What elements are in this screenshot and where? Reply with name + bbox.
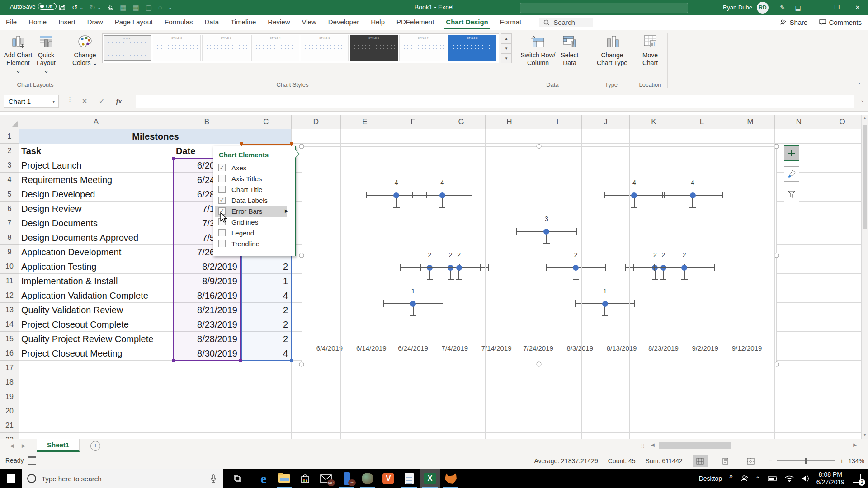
tab-draw[interactable]: Draw (81, 15, 109, 30)
gallery-up-arrow[interactable]: ▲ (501, 33, 512, 43)
cell-A11[interactable]: Implementation & Install (21, 274, 172, 288)
zoom-in-icon[interactable]: + (840, 457, 844, 465)
cell-A10[interactable]: Application Testing (21, 259, 172, 274)
column-header-B[interactable]: B (173, 115, 241, 129)
taskbar-app-excel[interactable]: X (420, 469, 440, 488)
ribbon-display-icon[interactable]: ▤ (790, 4, 806, 11)
microphone-icon[interactable] (210, 474, 217, 483)
submenu-arrow-icon[interactable]: ▶ (285, 208, 288, 213)
data-point[interactable] (602, 301, 608, 307)
people-icon[interactable] (740, 474, 748, 483)
tab-view[interactable]: View (296, 15, 322, 30)
checkbox-chart-title[interactable] (218, 186, 226, 193)
chart-elements-plus-button[interactable] (784, 145, 799, 161)
taskbar-overflow-icon[interactable]: » (729, 472, 733, 479)
zoom-out-icon[interactable]: − (769, 457, 772, 465)
data-point[interactable] (681, 265, 687, 271)
taskbar-app-vivaldi[interactable]: V (378, 469, 399, 488)
column-header-J[interactable]: J (582, 115, 630, 129)
range-handle[interactable] (290, 359, 293, 362)
page-break-view-button[interactable] (743, 455, 759, 467)
taskbar-app-explorer[interactable] (274, 469, 295, 488)
taskbar-app-browser[interactable] (357, 469, 378, 488)
checkbox-axes[interactable]: ✓ (218, 164, 226, 171)
task-view-button[interactable] (228, 469, 246, 488)
chart-style-style-1[interactable]: STYLE 1 (104, 35, 151, 61)
row-header-16[interactable]: 16 (0, 346, 19, 361)
row-header-7[interactable]: 7 (0, 216, 19, 230)
scroll-right-arrow[interactable]: ▶ (853, 442, 857, 447)
wifi-icon[interactable] (785, 475, 794, 482)
row-header-11[interactable]: 11 (0, 274, 19, 288)
tab-nav-right-icon[interactable]: ▶ (22, 443, 25, 449)
cell-A6[interactable]: Design Review (21, 202, 172, 216)
taskbar-app-alexa[interactable]: ✉ (336, 469, 357, 488)
row-header-12[interactable]: 12 (0, 288, 19, 303)
pen-icon[interactable]: ✎ (775, 4, 790, 11)
tab-data[interactable]: Data (198, 15, 225, 30)
milestone-chart[interactable]: 6/4/20196/14/20196/24/20197/4/20197/14/2… (302, 146, 777, 364)
chart-selection-handle[interactable] (299, 362, 304, 367)
move-chart-button[interactable]: MoveChart (637, 33, 664, 84)
chart-style-style-7[interactable]: STYLE 7 (399, 35, 447, 61)
tab-page-layout[interactable]: Page Layout (109, 15, 159, 30)
tab-home[interactable]: Home (23, 15, 52, 30)
cell-A4[interactable]: Requirements Meeting (21, 173, 172, 187)
tab-developer[interactable]: Developer (322, 15, 365, 30)
column-header-D[interactable]: D (292, 115, 341, 129)
cell-A16[interactable]: Project Closeout Meeting (21, 346, 172, 361)
vertical-scroll-thumb[interactable] (863, 125, 867, 229)
add-chart-element-button[interactable]: Add ChartElement ⌄ (4, 33, 33, 84)
cell-A15[interactable]: Quality Project Review Complete (21, 332, 172, 346)
chart-filters-funnel-button[interactable] (784, 187, 799, 202)
cell-A5[interactable]: Design Developed (21, 187, 172, 202)
select-data-button[interactable]: SelectData (557, 33, 582, 84)
name-box-caret[interactable]: ▾ (52, 95, 55, 108)
zoom-slider-thumb[interactable] (805, 458, 807, 464)
cell-A2[interactable]: Task (21, 144, 170, 158)
chart-style-style-5[interactable]: STYLE 5 (301, 35, 349, 61)
column-header-L[interactable]: L (678, 115, 726, 129)
tab-file[interactable]: File (0, 15, 23, 30)
column-header-C[interactable]: C (241, 115, 292, 129)
row-header-21[interactable]: 21 (0, 418, 19, 433)
tab-insert[interactable]: Insert (52, 15, 81, 30)
data-point[interactable] (393, 192, 399, 198)
taskbar-app-edge[interactable]: e (253, 469, 274, 488)
page-layout-view-button[interactable] (718, 455, 733, 467)
column-header-N[interactable]: N (775, 115, 823, 129)
select-all-corner[interactable] (0, 115, 19, 129)
range-handle[interactable] (290, 142, 293, 145)
checkbox-axis-titles[interactable] (218, 175, 226, 182)
gallery-more-arrow[interactable]: ▼ (501, 53, 512, 63)
column-header-K[interactable]: K (630, 115, 678, 129)
change-chart-type-button[interactable]: ChangeChart Type (593, 33, 631, 84)
row-header-6[interactable]: 6 (0, 202, 19, 216)
hscroll-grip[interactable]: ⁞⁞ (641, 443, 645, 449)
hidden-icons-caret[interactable]: ⌃ (755, 475, 760, 482)
normal-view-button[interactable] (693, 455, 708, 467)
user-name[interactable]: Ryan Dube (723, 4, 752, 11)
row-header-3[interactable]: 3 (0, 158, 19, 173)
share-button[interactable]: Share (780, 19, 807, 26)
close-button[interactable]: ✕ (847, 0, 868, 15)
collapse-ribbon-icon[interactable]: ⌃ (857, 82, 862, 89)
maximize-button[interactable]: ❐ (826, 0, 847, 15)
chart-style-style-4[interactable]: STYLE 4 (251, 35, 299, 61)
x-axis-tick-label[interactable]: 6/24/2019 (398, 344, 428, 352)
checkbox-legend[interactable] (218, 229, 226, 236)
cancel-entry-icon[interactable]: ✕ (78, 95, 91, 108)
chart-selection-handle[interactable] (299, 253, 304, 258)
action-center-button[interactable]: 2 (852, 473, 863, 484)
scroll-up-arrow[interactable]: ▲ (862, 115, 868, 122)
x-axis-tick-label[interactable]: 7/4/2019 (442, 344, 468, 352)
range-handle[interactable] (239, 359, 242, 362)
data-point[interactable] (456, 265, 462, 271)
column-header-A[interactable]: A (19, 115, 173, 129)
chart-style-style-6[interactable]: STYLE 6 (350, 35, 398, 61)
search-box[interactable]: Search (539, 18, 593, 27)
volume-icon[interactable] (801, 475, 809, 482)
start-button[interactable] (0, 469, 22, 488)
new-sheet-button[interactable]: + (90, 441, 100, 451)
avatar[interactable]: RD (757, 2, 769, 14)
